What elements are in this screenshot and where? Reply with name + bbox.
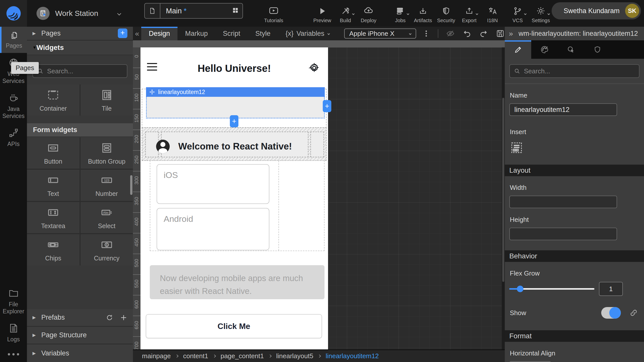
tab-variables[interactable]: {x}Variables [278, 27, 337, 40]
accordion-widgets[interactable]: ▼ Widgets [27, 41, 133, 55]
topbar-action-artifacts[interactable]: Artifacts [410, 3, 436, 23]
sidebar-item-file-explorer[interactable]: File Explorer [0, 283, 27, 318]
layout-cell-right[interactable] [310, 132, 324, 157]
click-me-button[interactable]: Click Me [146, 314, 322, 338]
sidebar-item-logs[interactable]: Logs [0, 318, 27, 347]
note-textarea[interactable]: Now developing mobile apps are much easi… [150, 265, 325, 299]
add-widget-below-button[interactable]: + [230, 115, 238, 127]
layout-column-divider [278, 161, 279, 251]
page-grid-icon[interactable] [232, 7, 239, 15]
breadcrumb-item[interactable]: content1 [183, 352, 208, 360]
sidebar-item-pages[interactable]: Pages [0, 27, 27, 53]
undo-icon[interactable] [462, 29, 472, 38]
flex-grow-value-input[interactable] [599, 282, 623, 296]
width-input[interactable] [509, 196, 617, 208]
show-toggle[interactable] [601, 307, 621, 319]
tab-markup[interactable]: Markup [177, 27, 215, 40]
tab-design[interactable]: Design [141, 27, 177, 40]
accordion-prefabs[interactable]: ▶ Prefabs [27, 309, 133, 327]
wavemaker-logo[interactable] [0, 0, 27, 27]
visibility-off-icon[interactable] [446, 29, 455, 38]
properties-search-input[interactable] [524, 67, 635, 75]
flex-grow-slider[interactable] [509, 286, 594, 292]
collapse-left-panel-button[interactable]: « [133, 27, 141, 40]
design-canvas[interactable]: 0 50 100 150 200 250 300 350 400 450 500… [133, 40, 505, 349]
tab-script[interactable]: Script [215, 27, 248, 40]
widget-search[interactable] [32, 64, 127, 78]
slider-thumb[interactable] [517, 286, 523, 292]
ios-textarea[interactable]: iOS [157, 164, 269, 204]
expand-right-panel-button[interactable]: » [509, 29, 513, 38]
phone-preview[interactable]: Hello Universe! [140, 47, 328, 349]
build-chevron-down-icon [352, 13, 355, 15]
redo-icon[interactable] [479, 29, 488, 38]
add-widget-right-button[interactable]: + [323, 100, 331, 112]
user-menu[interactable]: Swetha Kundaram SK [552, 2, 641, 19]
topbar-action-jobs[interactable]: Jobs [388, 3, 413, 23]
widget-tile-currency[interactable]: $ Currency [81, 234, 133, 265]
widget-tile-textarea[interactable]: Textarea [27, 202, 80, 233]
refresh-icon[interactable] [106, 314, 113, 321]
hamburger-menu-icon[interactable] [147, 63, 157, 73]
breadcrumb-item[interactable]: linearlayout5 [276, 352, 313, 360]
project-switcher[interactable]: Work Station [37, 7, 121, 20]
topbar-action-build[interactable]: Build [333, 3, 358, 23]
project-chevron-down-icon[interactable] [117, 11, 121, 15]
height-input[interactable] [509, 228, 617, 240]
phone-gear-icon[interactable] [308, 62, 320, 75]
widget-tile-button-group[interactable]: Button Group [81, 137, 133, 169]
name-input[interactable] [509, 103, 617, 116]
accordion-page-structure[interactable]: ▶ Page Structure [27, 327, 133, 344]
topbar-action-settings[interactable]: Settings [528, 3, 553, 23]
topbar-action-preview[interactable]: Preview [310, 3, 335, 23]
palette-icon [540, 45, 549, 54]
sidebar-item-label: Logs [7, 336, 20, 343]
breadcrumb-item[interactable]: page_content1 [221, 352, 264, 360]
widget-tile-chips[interactable]: Chips [27, 234, 80, 265]
sidebar-item-label: APIs [7, 141, 20, 148]
topbar-action-security[interactable]: Security [434, 3, 459, 23]
tab-properties[interactable] [505, 40, 531, 59]
widget-tile-text[interactable]: Text [27, 170, 80, 201]
tab-style[interactable]: Style [248, 27, 278, 40]
topbar-action-deploy[interactable]: Deploy [356, 3, 381, 23]
breadcrumb-item[interactable]: mainpage [142, 352, 171, 360]
add-prefab-icon[interactable] [120, 314, 127, 321]
more-menu-icon[interactable] [422, 29, 430, 38]
sidebar-item-java-services[interactable]: Java Services [0, 88, 27, 123]
tab-inspect[interactable] [558, 40, 584, 59]
selected-widget-linearlayoutitem12[interactable]: linearlayoutitem12 [146, 87, 325, 118]
upload-tray-icon [465, 3, 474, 16]
canvas-scrollbar[interactable] [502, 47, 505, 349]
properties-panel: » wm-linearlayoutitem: linearlayoutitem1… [505, 27, 644, 362]
widget-search-input[interactable] [47, 67, 131, 75]
widget-tile-number[interactable]: 123 Number [81, 170, 133, 201]
topbar-action-i18n[interactable]: I18N [480, 3, 505, 23]
sidebar-item-apis[interactable]: APIs [0, 123, 27, 151]
bind-link-icon[interactable] [629, 309, 638, 317]
widget-tile-tile[interactable]: Tile [81, 84, 133, 116]
insert-layoutitem-icon[interactable] [510, 141, 523, 155]
accordion-pages[interactable]: ▶ Pages + [27, 27, 133, 41]
device-select[interactable]: Apple iPhone X [344, 28, 416, 39]
widget-tile-container[interactable]: Container [27, 84, 80, 116]
add-page-button[interactable]: + [118, 28, 127, 38]
widget-tile-button[interactable]: Button [27, 137, 80, 169]
accordion-variables[interactable]: ▶ Variables [27, 344, 133, 362]
topbar-action-vcs[interactable]: VCS [505, 3, 530, 23]
widget-tile-select[interactable]: Abc Select [81, 202, 133, 233]
page-tab-main[interactable]: Main * [144, 3, 243, 19]
breadcrumb-item-active[interactable]: linearlayoutitem12 [326, 352, 379, 360]
topbar-action-tutorials[interactable]: Tutorials [261, 3, 286, 23]
sidebar-more-icon[interactable] [0, 347, 27, 362]
android-textarea[interactable]: Android [157, 208, 269, 250]
save-icon[interactable] [496, 29, 505, 38]
tab-styles[interactable] [531, 40, 558, 59]
left-panel-scrollbar[interactable] [130, 175, 132, 195]
selection-header[interactable]: linearlayoutitem12 [146, 87, 325, 97]
topbar-action-export[interactable]: Export [457, 3, 482, 23]
textarea-layout-container[interactable]: iOS Android [150, 160, 325, 251]
properties-search[interactable] [509, 64, 639, 78]
move-icon[interactable] [149, 89, 155, 95]
tab-security[interactable] [584, 40, 611, 59]
